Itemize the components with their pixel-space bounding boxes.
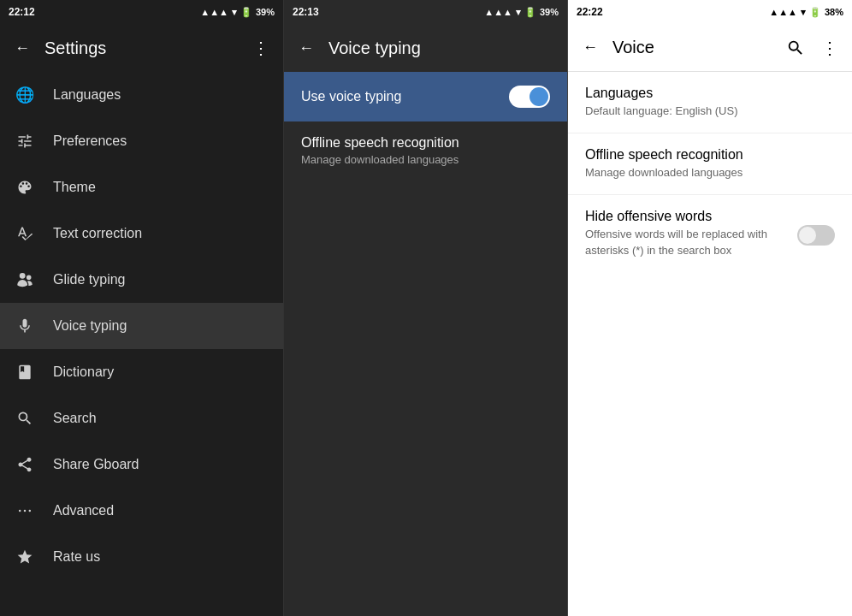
- voice-typing-item-offline-speech[interactable]: Offline speech recognition Manage downlo…: [284, 121, 567, 180]
- voice-title: Voice: [612, 38, 773, 57]
- nav-label-text-correction: Text correction: [53, 226, 142, 241]
- offline-speech-label: Offline speech recognition: [301, 135, 459, 151]
- nav-item-share[interactable]: Share Gboard: [0, 441, 283, 488]
- panel-settings: 22:12 ▲▲▲ ▾ 🔋 39% ← Settings ⋮ 🌐 Languag…: [0, 0, 284, 616]
- use-voice-typing-label: Use voice typing: [301, 89, 401, 104]
- battery-icon-2: 🔋: [524, 7, 536, 18]
- status-bar-settings: 22:12 ▲▲▲ ▾ 🔋 39%: [0, 0, 283, 24]
- hide-offensive-toggle[interactable]: [797, 225, 835, 246]
- nav-label-theme: Theme: [53, 180, 96, 195]
- settings-back-button[interactable]: ←: [10, 36, 34, 60]
- status-icons-3: ▲▲▲ ▾ 🔋 38%: [769, 7, 843, 18]
- voice-search-button[interactable]: [784, 36, 808, 60]
- nav-item-search[interactable]: Search: [0, 395, 283, 441]
- text-correction-icon: [14, 222, 36, 245]
- voice-typing-item-use-voice[interactable]: Use voice typing: [284, 72, 567, 121]
- status-icons-2: ▲▲▲ ▾ 🔋 39%: [484, 7, 559, 18]
- nav-label-languages: Languages: [53, 87, 121, 103]
- languages-subtitle: Default language: English (US): [585, 104, 835, 119]
- hide-offensive-subtitle: Offensive words will be replaced with as…: [585, 227, 787, 258]
- languages-title: Languages: [585, 86, 835, 101]
- battery-icon-1: 🔋: [240, 7, 252, 18]
- nav-label-preferences: Preferences: [53, 133, 127, 149]
- settings-nav-list: 🌐 Languages Preferences Theme Text corre…: [0, 72, 283, 616]
- nav-item-dictionary[interactable]: Dictionary: [0, 349, 283, 395]
- status-bar-voice-typing: 22:13 ▲▲▲ ▾ 🔋 39%: [284, 0, 567, 24]
- preferences-icon: [14, 130, 36, 152]
- advanced-icon: [14, 500, 36, 522]
- dictionary-icon: [14, 361, 36, 383]
- wifi-icon-1: ▾: [232, 7, 237, 18]
- settings-toolbar: ← Settings ⋮: [0, 24, 283, 72]
- use-voice-typing-toggle[interactable]: [509, 86, 550, 108]
- voice-item-hide-offensive[interactable]: Hide offensive words Offensive words wil…: [568, 195, 852, 271]
- wifi-icon-2: ▾: [516, 7, 521, 18]
- signal-icon-2: ▲▲▲: [484, 7, 512, 17]
- offline-speech-voice-subtitle: Manage downloaded languages: [585, 165, 835, 181]
- nav-label-rate-us: Rate us: [53, 549, 100, 565]
- nav-item-theme[interactable]: Theme: [0, 164, 283, 210]
- voice-more-button[interactable]: ⋮: [818, 36, 842, 60]
- status-bar-voice: 22:22 ▲▲▲ ▾ 🔋 38%: [568, 0, 852, 24]
- panel-voice: 22:22 ▲▲▲ ▾ 🔋 38% ← Voice ⋮ Languages De…: [568, 0, 852, 616]
- status-icons-1: ▲▲▲ ▾ 🔋 39%: [200, 7, 275, 18]
- panel-voice-typing: 22:13 ▲▲▲ ▾ 🔋 39% ← Voice typing Use voi…: [284, 0, 568, 616]
- voice-toolbar: ← Voice ⋮: [568, 24, 852, 72]
- nav-label-share: Share Gboard: [53, 457, 139, 472]
- wifi-icon-3: ▾: [801, 7, 806, 18]
- battery-icon-3: 🔋: [809, 7, 821, 18]
- offline-speech-voice-title: Offline speech recognition: [585, 147, 835, 163]
- signal-icon-3: ▲▲▲: [769, 7, 797, 17]
- battery-level-3: 38%: [825, 7, 843, 17]
- rate-us-icon: [14, 546, 36, 568]
- nav-label-search: Search: [53, 411, 97, 426]
- svg-point-1: [24, 510, 27, 512]
- svg-point-0: [19, 510, 21, 512]
- voice-typing-toolbar: ← Voice typing: [284, 24, 567, 72]
- offline-speech-subtitle: Manage downloaded languages: [301, 153, 550, 166]
- status-time-2: 22:13: [293, 6, 319, 18]
- signal-icon-1: ▲▲▲: [200, 7, 228, 17]
- share-icon: [14, 453, 36, 476]
- voice-typing-icon: [14, 315, 36, 337]
- nav-label-dictionary: Dictionary: [53, 364, 114, 380]
- battery-level-1: 39%: [256, 7, 275, 17]
- voice-typing-back-button[interactable]: ←: [294, 36, 318, 60]
- nav-item-preferences[interactable]: Preferences: [0, 118, 283, 164]
- languages-icon: 🌐: [14, 84, 36, 106]
- nav-item-languages[interactable]: 🌐 Languages: [0, 72, 283, 118]
- nav-item-text-correction[interactable]: Text correction: [0, 210, 283, 257]
- voice-typing-title: Voice typing: [328, 38, 557, 58]
- settings-more-button[interactable]: ⋮: [249, 36, 273, 60]
- theme-icon: [14, 176, 36, 198]
- nav-item-rate-us[interactable]: Rate us: [0, 534, 283, 580]
- status-time-3: 22:22: [577, 6, 603, 18]
- nav-item-advanced[interactable]: Advanced: [0, 488, 283, 534]
- nav-label-glide-typing: Glide typing: [53, 272, 126, 287]
- nav-item-voice-typing[interactable]: Voice typing: [0, 303, 283, 349]
- toggle-knob: [530, 87, 548, 106]
- glide-typing-icon: [14, 269, 36, 291]
- nav-label-voice-typing: Voice typing: [53, 318, 127, 334]
- voice-item-languages[interactable]: Languages Default language: English (US): [568, 72, 852, 133]
- voice-item-offline-speech[interactable]: Offline speech recognition Manage downlo…: [568, 133, 852, 195]
- hide-offensive-title: Hide offensive words: [585, 209, 787, 224]
- nav-item-glide-typing[interactable]: Glide typing: [0, 257, 283, 303]
- battery-level-2: 39%: [540, 7, 559, 17]
- settings-title: Settings: [44, 38, 239, 58]
- voice-back-button[interactable]: ←: [578, 36, 602, 60]
- status-time-1: 22:12: [9, 6, 35, 18]
- svg-point-2: [29, 510, 32, 512]
- nav-label-advanced: Advanced: [53, 503, 114, 518]
- search-nav-icon: [14, 407, 36, 429]
